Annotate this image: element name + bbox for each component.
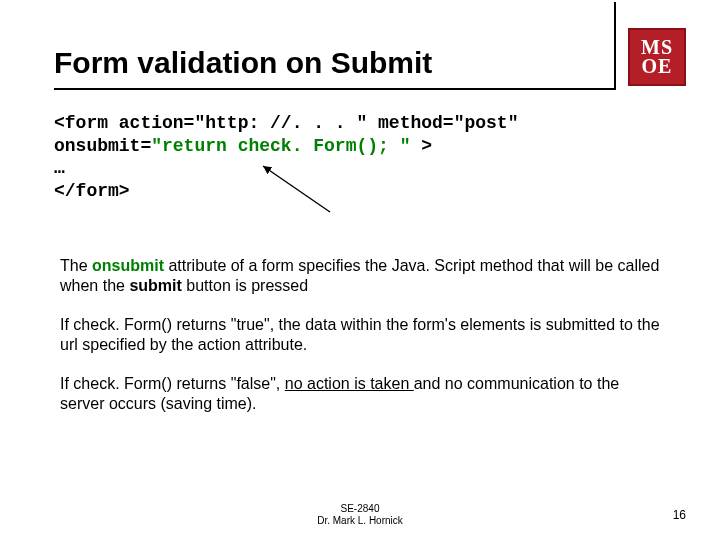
page-title: Form validation on Submit bbox=[54, 46, 432, 80]
underlined-no-action: no action is taken bbox=[285, 375, 414, 392]
code-example: <form action="http: //. . . " method="po… bbox=[54, 112, 664, 202]
paragraph-3: If check. Form() returns "false", no act… bbox=[60, 374, 662, 413]
footer: SE-2840 Dr. Mark L. Hornick bbox=[0, 503, 720, 526]
title-container: Form validation on Submit bbox=[54, 46, 432, 86]
keyword-submit: submit bbox=[129, 277, 181, 294]
code-line-3: … bbox=[54, 158, 65, 178]
title-divider-vertical bbox=[614, 2, 616, 90]
footer-course: SE-2840 bbox=[0, 503, 720, 515]
paragraph-1: The onsubmit attribute of a form specifi… bbox=[60, 256, 662, 295]
code-line-2c: > bbox=[410, 136, 432, 156]
code-line-2a: onsubmit= bbox=[54, 136, 151, 156]
page-number: 16 bbox=[673, 508, 686, 522]
body-text: The onsubmit attribute of a form specifi… bbox=[60, 256, 662, 433]
p1-e: button is pressed bbox=[182, 277, 308, 294]
p3-a: If check. Form() returns "false", bbox=[60, 375, 285, 392]
p1-a: The bbox=[60, 257, 92, 274]
code-line-4: </form> bbox=[54, 181, 130, 201]
paragraph-2: If check. Form() returns "true", the dat… bbox=[60, 315, 662, 354]
code-onsubmit-value: "return check. Form(); " bbox=[151, 136, 410, 156]
msoe-logo: MS OE bbox=[628, 28, 686, 86]
keyword-onsubmit: onsubmit bbox=[92, 257, 164, 274]
slide: MS OE Form validation on Submit <form ac… bbox=[0, 0, 720, 540]
footer-author: Dr. Mark L. Hornick bbox=[0, 515, 720, 527]
logo-line-2: OE bbox=[642, 57, 673, 76]
title-underline bbox=[54, 88, 614, 90]
code-line-1: <form action="http: //. . . " method="po… bbox=[54, 113, 518, 133]
